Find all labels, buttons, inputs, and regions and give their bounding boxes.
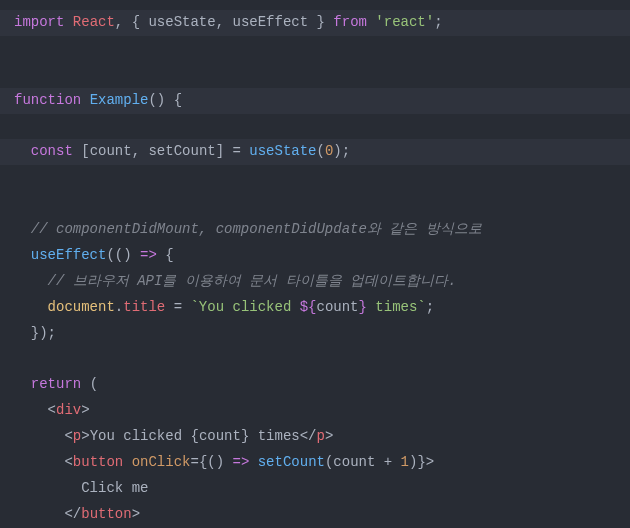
txt-times: times	[249, 428, 299, 444]
num-one: 1	[401, 454, 409, 470]
prop-title: title	[123, 299, 165, 315]
txt-clicked: You clicked	[90, 428, 191, 444]
id-useeffect: useEffect	[232, 14, 308, 30]
id-usestate: useState	[148, 14, 215, 30]
str-clicked-open: `You clicked	[190, 299, 299, 315]
jsx-button-close: button	[81, 506, 131, 522]
jsx-p-open: p	[73, 428, 81, 444]
jsx-div-open: div	[56, 402, 81, 418]
kw-const: const	[31, 143, 73, 159]
fn-example: Example	[90, 92, 149, 108]
call-usestate: useState	[249, 143, 316, 159]
comment-mount: // componentDidMount, componentDidUpdate…	[31, 221, 482, 237]
id-react: React	[73, 14, 115, 30]
id-document: document	[48, 299, 115, 315]
kw-from: from	[333, 14, 367, 30]
code-block: import React, { useState, useEffect } fr…	[0, 0, 630, 528]
id-count: count	[90, 143, 132, 159]
id-setcount: setCount	[148, 143, 215, 159]
comment-api: // 브라우저 API를 이용하여 문서 타이틀을 업데이트합니다.	[48, 273, 457, 289]
str-react: 'react'	[375, 14, 434, 30]
jsx-count: count	[199, 428, 241, 444]
arg-count: count	[333, 454, 375, 470]
tpl-count: count	[317, 299, 359, 315]
txt-clickme: Click me	[81, 480, 148, 496]
kw-return: return	[31, 376, 81, 392]
jsx-button-open: button	[73, 454, 123, 470]
kw-import: import	[14, 14, 64, 30]
attr-onclick: onClick	[132, 454, 191, 470]
jsx-p-close: p	[317, 428, 325, 444]
call-useeffect: useEffect	[31, 247, 107, 263]
kw-function: function	[14, 92, 81, 108]
str-clicked-close: times`	[367, 299, 426, 315]
call-setcount: setCount	[258, 454, 325, 470]
